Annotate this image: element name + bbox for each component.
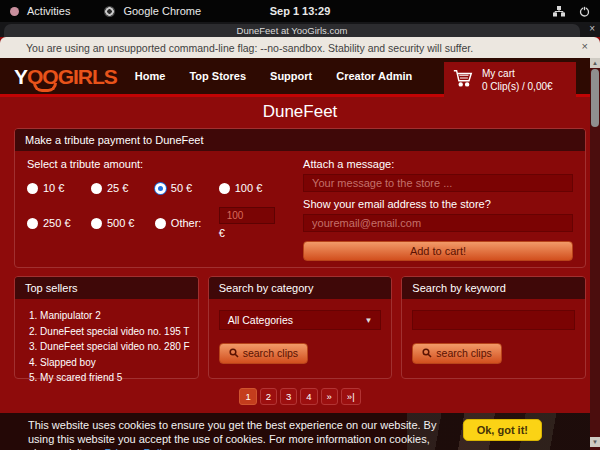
amount-option-250[interactable]: 250 € [27, 217, 91, 229]
category-select[interactable]: All Categories ▼ [219, 310, 382, 330]
radio-icon[interactable] [155, 183, 166, 194]
top-seller-item[interactable]: 1. Manipulator 2 [29, 308, 190, 324]
chevron-down-icon: ▼ [364, 316, 372, 325]
top-sellers-panel: Top sellers 1. Manipulator 2 2. DuneFeet… [14, 276, 199, 379]
warning-message: You are using an unsupported command-lin… [26, 42, 473, 54]
cookie-message: This website uses cookies to ensure you … [28, 418, 448, 450]
cookie-consent-bar: This website uses cookies to ensure you … [0, 413, 600, 450]
amount-option-label: 500 € [107, 217, 135, 229]
top-seller-item[interactable]: 5. My scared friend 5 [29, 370, 190, 386]
cookie-accept-button[interactable]: Ok, got it! [463, 419, 542, 441]
nav-item-top-stores[interactable]: Top Stores [189, 70, 246, 82]
scroll-down-icon[interactable]: ▼ [590, 437, 600, 447]
search-category-title: Search by category [209, 277, 392, 299]
page-button-4[interactable]: 4 [300, 388, 317, 405]
amount-option-label: 25 € [107, 182, 128, 194]
radio-icon[interactable] [155, 218, 166, 229]
page-button-3[interactable]: 3 [280, 388, 297, 405]
amount-option-label: 100 € [235, 182, 263, 194]
search-category-button[interactable]: search clips [219, 343, 308, 364]
cart-summary: 0 Clip(s) / 0,00€ [482, 80, 553, 93]
cart-widget[interactable]: My cart 0 Clip(s) / 0,00€ [444, 62, 576, 97]
amount-option-25[interactable]: 25 € [91, 182, 155, 194]
tribute-amount-label: Select a tribute amount: [27, 158, 289, 170]
message-input[interactable] [303, 174, 573, 192]
search-keyword-panel: Search by keyword search clips [401, 276, 586, 379]
currency-label: € [219, 227, 289, 239]
tab-close-icon[interactable]: × [589, 23, 595, 34]
browser-warning-bar: You are using an unsupported command-lin… [0, 37, 600, 58]
search-keyword-button[interactable]: search clips [412, 343, 501, 364]
other-amount-input[interactable] [219, 207, 275, 224]
amount-option-500[interactable]: 500 € [91, 217, 155, 229]
cart-icon [452, 67, 474, 93]
nav-item-support[interactable]: Support [270, 70, 312, 82]
radio-icon[interactable] [91, 218, 102, 229]
email-label: Show your email address to the store? [303, 198, 573, 210]
nav-item-home[interactable]: Home [135, 70, 166, 82]
amount-option-100[interactable]: 100 € [219, 182, 289, 194]
system-tray-icon[interactable] [553, 6, 565, 17]
message-label: Attach a message: [303, 158, 573, 170]
top-seller-item[interactable]: 2. DuneFeet special video no. 195 T [29, 324, 190, 340]
logo-text-girls: GIRLS [58, 65, 117, 88]
email-input[interactable] [303, 214, 573, 232]
search-button-label: search clips [243, 347, 298, 359]
amount-option-label: 250 € [43, 217, 71, 229]
top-seller-item[interactable]: 3. DuneFeet special video no. 280 F [29, 339, 190, 355]
radio-icon[interactable] [91, 183, 102, 194]
scrollbar-thumb[interactable] [591, 69, 599, 127]
amount-option-label: 50 € [171, 182, 192, 194]
pagination: 1 2 3 4 » »| [0, 388, 600, 405]
page-button-1[interactable]: 1 [239, 388, 256, 405]
search-icon [422, 348, 432, 358]
page-button-2[interactable]: 2 [260, 388, 277, 405]
tribute-amount-options: 10 € 25 € 50 € 100 € 250 € 500 € Other: … [27, 182, 289, 239]
amount-option-label: Other: [171, 217, 202, 229]
search-icon [229, 348, 239, 358]
page-button-last[interactable]: »| [341, 388, 361, 405]
search-button-label: search clips [436, 347, 491, 359]
system-clock[interactable]: Sep 1 13:29 [0, 5, 600, 17]
top-sellers-title: Top sellers [15, 277, 198, 299]
search-keyword-title: Search by keyword [402, 277, 585, 299]
search-category-panel: Search by category All Categories ▼ sear… [208, 276, 393, 379]
radio-icon[interactable] [27, 218, 38, 229]
top-seller-item[interactable]: 4. Slapped boy [29, 355, 190, 371]
keyword-input[interactable] [412, 310, 575, 330]
tab-title: DuneFeet at YooGirls.com [237, 25, 348, 36]
nav-item-creator-admin[interactable]: Creator Admin [336, 70, 412, 82]
browser-tab-strip: DuneFeet at YooGirls.com × [0, 22, 600, 37]
cookie-text: This website uses cookies to ensure you … [28, 419, 436, 450]
system-top-bar: Activities Google Chrome Sep 1 13:29 [0, 0, 600, 22]
logo-text-y: Y [14, 65, 27, 88]
amount-option-50[interactable]: 50 € [155, 182, 219, 194]
logo-smile-icon [33, 83, 57, 92]
cart-title: My cart [482, 67, 553, 80]
amount-option-other[interactable]: Other: [155, 217, 219, 229]
main-nav: Home Top Stores Support Creator Admin [135, 70, 412, 82]
scrollbar[interactable]: ▲ ▼ [590, 58, 600, 450]
site-logo[interactable]: YOOGIRLS [14, 66, 117, 87]
page-title: DuneFeet [0, 102, 600, 122]
amount-option-10[interactable]: 10 € [27, 182, 91, 194]
site-header: YOOGIRLS Home Top Stores Support Creator… [0, 58, 600, 94]
screen: Activities Google Chrome Sep 1 13:29 Dun… [0, 0, 600, 450]
page-button-next[interactable]: » [321, 388, 338, 405]
power-icon[interactable] [579, 6, 590, 17]
amount-option-label: 10 € [43, 182, 64, 194]
warning-close-icon[interactable]: × [582, 40, 588, 52]
tribute-panel: Make a tribute payment to DuneFeet Selec… [14, 128, 586, 268]
radio-icon[interactable] [27, 183, 38, 194]
category-select-value: All Categories [228, 314, 293, 326]
browser-tab[interactable]: DuneFeet at YooGirls.com [4, 24, 580, 37]
add-to-cart-button[interactable]: Add to cart! [303, 241, 573, 261]
scroll-up-icon[interactable]: ▲ [590, 58, 600, 68]
radio-icon[interactable] [219, 183, 230, 194]
tribute-panel-title: Make a tribute payment to DuneFeet [15, 129, 585, 151]
